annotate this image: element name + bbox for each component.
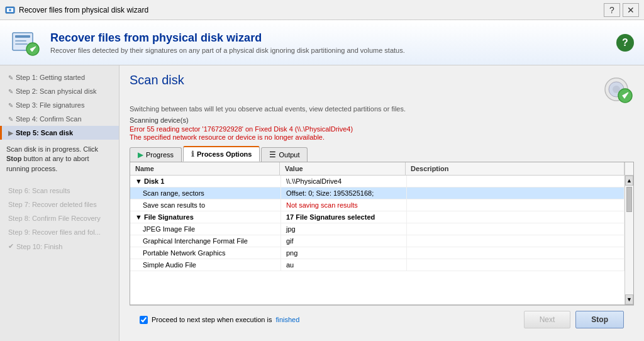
tab-progress[interactable]: ▶ Progress — [130, 147, 182, 162]
table-row: Scan range, sectors Offset: 0; Size: 195… — [130, 187, 625, 199]
cell-jpeg-name: JPEG Image File — [130, 223, 281, 235]
scan-icon — [601, 75, 634, 105]
sidebar-item-step2[interactable]: ✎ Step 2: Scan physical disk — [0, 84, 119, 98]
wizard-title: Recover files from physical disk wizard — [50, 31, 405, 45]
table-row: ▼ File Signatures 17 File Signatures sel… — [130, 211, 625, 223]
title-bar: Recover files from physical disk wizard … — [0, 0, 644, 20]
table-row: JPEG Image File jpg — [130, 223, 625, 235]
cell-scanrange-desc — [407, 187, 625, 199]
sidebar-item-step6: Step 6: Scan results — [0, 184, 119, 198]
scan-error2: The specified network resource or device… — [130, 133, 634, 141]
sidebar-item-step8: Step 8: Confirm File Recovery — [0, 211, 119, 225]
cell-scanrange-value: Offset: 0; Size: 1953525168; — [281, 187, 407, 199]
sidebar: ✎ Step 1: Getting started ✎ Step 2: Scan… — [0, 65, 119, 341]
progress-icon: ▶ — [138, 150, 143, 159]
cell-au-desc — [407, 259, 625, 271]
sidebar-item-step3[interactable]: ✎ Step 3: File signatures — [0, 98, 119, 112]
wizard-subtitle: Recover files detected by their signatur… — [50, 47, 405, 54]
cell-jpeg-desc — [407, 223, 625, 235]
scan-error1: Error 55 reading sector '1767292928' on … — [130, 125, 634, 133]
proceed-link[interactable]: finished — [275, 316, 299, 323]
table-row: Simple Audio File au — [130, 259, 625, 271]
output-icon: ☰ — [269, 150, 276, 159]
cell-gif-name: Graphical Interchange Format File — [130, 235, 281, 247]
scroll-up-btn[interactable]: ▲ — [625, 176, 633, 186]
proceed-label: Proceed to next step when execution is — [152, 316, 272, 323]
svg-point-2 — [9, 9, 11, 11]
cell-gif-desc — [407, 235, 625, 247]
scroll-track[interactable] — [625, 186, 633, 294]
sidebar-progress-text: Scan disk is in progress. Click Stop but… — [0, 140, 119, 179]
sidebar-item-step9: Step 9: Recover files and fol... — [0, 225, 119, 239]
window-title: Recover files from physical disk wizard — [19, 6, 604, 14]
help-window-btn[interactable]: ? — [604, 3, 620, 17]
cell-au-value: au — [281, 259, 407, 271]
tab-output[interactable]: ☰ Output — [261, 147, 308, 162]
main-layout: ✎ Step 1: Getting started ✎ Step 2: Scan… — [0, 65, 644, 341]
cell-filesig-desc — [407, 211, 625, 223]
header-help-btn[interactable]: ? — [616, 34, 634, 52]
col-value: Value — [280, 162, 406, 175]
cell-savescan-name: Save scan results to — [130, 199, 281, 211]
cell-disk1-name: ▼ Disk 1 — [130, 176, 281, 187]
table-row: Portable Network Graphics png — [130, 247, 625, 259]
info-icon: ℹ — [191, 150, 194, 159]
table-body-wrapper: ▼ Disk 1 \\.\\PhysicalDrive4 Scan range,… — [130, 176, 633, 305]
options-table: Name Value Description ▼ Disk 1 \\.\\Phy… — [130, 162, 634, 305]
table-header-row: Name Value Description — [130, 162, 633, 176]
tab-output-label: Output — [279, 151, 299, 159]
sidebar-item-step1[interactable]: ✎ Step 1: Getting started — [0, 70, 119, 84]
content-area: Scan disk Switching between tabs will le… — [119, 65, 644, 341]
scan-subtitle: Switching between tabs will let you obse… — [130, 105, 634, 113]
table-body: ▼ Disk 1 \\.\\PhysicalDrive4 Scan range,… — [130, 176, 625, 305]
sidebar-item-step4[interactable]: ✎ Step 4: Confirm Scan — [0, 112, 119, 126]
cell-scanrange-name: Scan range, sectors — [130, 187, 281, 199]
wizard-header: Recover files from physical disk wizard … — [0, 20, 644, 65]
tab-process-options[interactable]: ℹ Process Options — [183, 146, 260, 162]
close-window-btn[interactable]: ✕ — [623, 3, 639, 17]
table-row: Save scan results to Not saving scan res… — [130, 199, 625, 211]
cell-disk1-value: \\.\\PhysicalDrive4 — [281, 176, 407, 187]
cell-filesig-name: ▼ File Signatures — [130, 211, 281, 223]
cell-png-value: png — [281, 247, 407, 259]
wizard-header-text: Recover files from physical disk wizard … — [50, 31, 405, 54]
cell-savescan-desc — [407, 199, 625, 211]
svg-rect-4 — [15, 35, 30, 38]
action-buttons: Next Stop — [524, 311, 624, 328]
table-row: Graphical Interchange Format File gif — [130, 235, 625, 247]
window-icon — [5, 5, 15, 15]
proceed-checkbox[interactable] — [140, 316, 148, 324]
tab-bar: ▶ Progress ℹ Process Options ☰ Output — [130, 146, 634, 162]
sidebar-item-step7: Step 7: Recover deleted files — [0, 198, 119, 211]
sidebar-divider — [0, 179, 119, 184]
cell-filesig-value: 17 File Signatures selected — [281, 211, 407, 223]
col-name: Name — [130, 162, 280, 175]
scrollbar-header — [625, 162, 633, 176]
cell-jpeg-value: jpg — [281, 223, 407, 235]
bottom-bar: Proceed to next step when execution is f… — [130, 305, 634, 333]
tab-process-options-label: Process Options — [197, 150, 252, 158]
cell-disk1-desc — [407, 176, 625, 187]
window-controls: ? ✕ — [604, 3, 639, 17]
tab-progress-label: Progress — [146, 151, 174, 159]
svg-rect-6 — [15, 43, 28, 45]
scroll-down-btn[interactable]: ▼ — [625, 294, 633, 305]
scan-status: Scanning device(s) — [130, 116, 634, 124]
scroll-thumb[interactable] — [626, 187, 632, 212]
sidebar-item-step10: ✔ Step 10: Finish — [0, 239, 119, 254]
cell-png-name: Portable Network Graphics — [130, 247, 281, 259]
col-desc: Description — [406, 162, 625, 175]
page-title: Scan disk — [130, 73, 184, 87]
next-button[interactable]: Next — [524, 311, 571, 328]
sidebar-item-step5[interactable]: ▶ Step 5: Scan disk — [0, 126, 119, 140]
cell-png-desc — [407, 247, 625, 259]
proceed-checkbox-area: Proceed to next step when execution is f… — [140, 316, 299, 324]
table-row: ▼ Disk 1 \\.\\PhysicalDrive4 — [130, 176, 625, 187]
wizard-icon — [10, 28, 40, 58]
stop-button[interactable]: Stop — [575, 311, 624, 328]
cell-gif-value: gif — [281, 235, 407, 247]
cell-savescan-value: Not saving scan results — [281, 199, 407, 211]
svg-rect-5 — [15, 40, 26, 42]
scrollbar[interactable]: ▲ ▼ — [625, 176, 633, 305]
cell-au-name: Simple Audio File — [130, 259, 281, 271]
